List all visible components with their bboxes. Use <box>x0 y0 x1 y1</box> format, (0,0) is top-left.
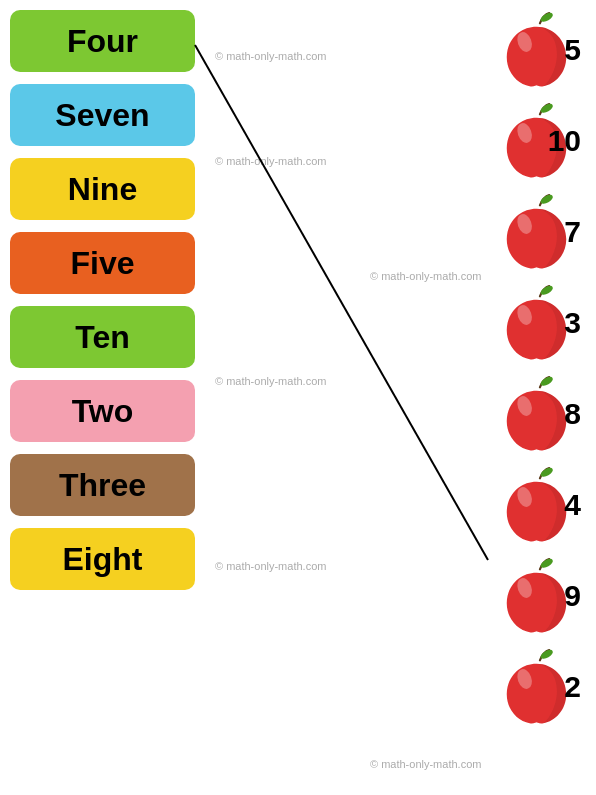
apple-number-5: 4 <box>564 488 581 522</box>
apple-number-7: 2 <box>564 670 581 704</box>
apple-item-7: 2 <box>486 642 586 732</box>
word-label-five: Five <box>10 232 195 294</box>
apple-item-0: 5 <box>486 5 586 95</box>
watermark-3: © math-only-math.com <box>370 270 481 282</box>
watermark-1: © math-only-math.com <box>215 50 326 62</box>
word-label-two: Two <box>10 380 195 442</box>
watermark-6: © math-only-math.com <box>370 758 481 770</box>
apple-item-5: 4 <box>486 460 586 550</box>
word-label-three: Three <box>10 454 195 516</box>
number-column: 5 10 <box>486 5 586 733</box>
apple-number-0: 5 <box>564 33 581 67</box>
apple-number-6: 9 <box>564 579 581 613</box>
word-label-ten: Ten <box>10 306 195 368</box>
word-label-nine: Nine <box>10 158 195 220</box>
apple-number-3: 3 <box>564 306 581 340</box>
apple-item-6: 9 <box>486 551 586 641</box>
apple-number-1: 10 <box>548 124 581 158</box>
apple-number-2: 7 <box>564 215 581 249</box>
apple-item-4: 8 <box>486 369 586 459</box>
watermark-2: © math-only-math.com <box>215 155 326 167</box>
apple-number-4: 8 <box>564 397 581 431</box>
watermark-4: © math-only-math.com <box>215 375 326 387</box>
word-label-seven: Seven <box>10 84 195 146</box>
word-label-eight: Eight <box>10 528 195 590</box>
word-column: FourSevenNineFiveTenTwoThreeEight <box>10 10 195 602</box>
apple-item-3: 3 <box>486 278 586 368</box>
apple-item-1: 10 <box>486 96 586 186</box>
svg-line-16 <box>195 45 488 560</box>
apple-item-2: 7 <box>486 187 586 277</box>
word-label-four: Four <box>10 10 195 72</box>
watermark-5: © math-only-math.com <box>215 560 326 572</box>
